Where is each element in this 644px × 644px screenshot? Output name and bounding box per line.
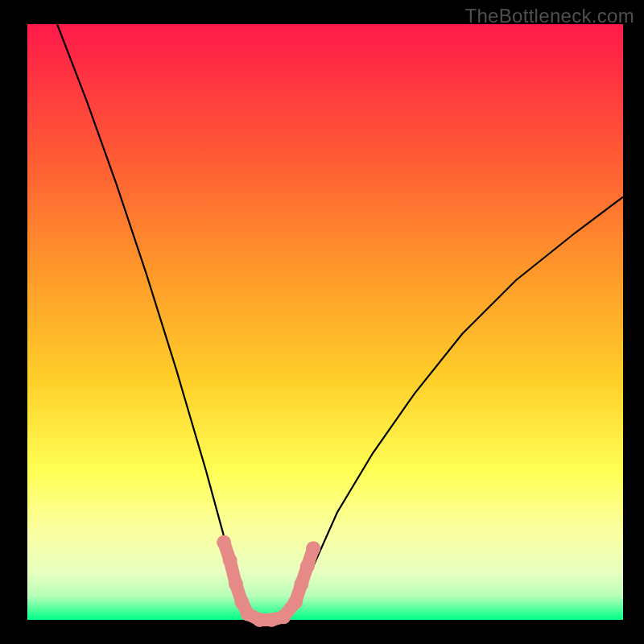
marker-dot — [276, 609, 291, 624]
marker-dot — [229, 577, 243, 592]
bottleneck-chart-svg — [0, 0, 644, 644]
watermark-text: TheBottleneck.com — [464, 5, 634, 27]
marker-dot — [288, 595, 303, 609]
gradient-plot-area — [27, 24, 623, 620]
marker-dot — [223, 553, 237, 568]
chart-stage: TheBottleneck.com — [0, 0, 644, 644]
marker-dot — [217, 535, 231, 550]
marker-dot — [306, 541, 320, 555]
marker-dot — [294, 577, 308, 592]
marker-dot — [300, 559, 315, 573]
